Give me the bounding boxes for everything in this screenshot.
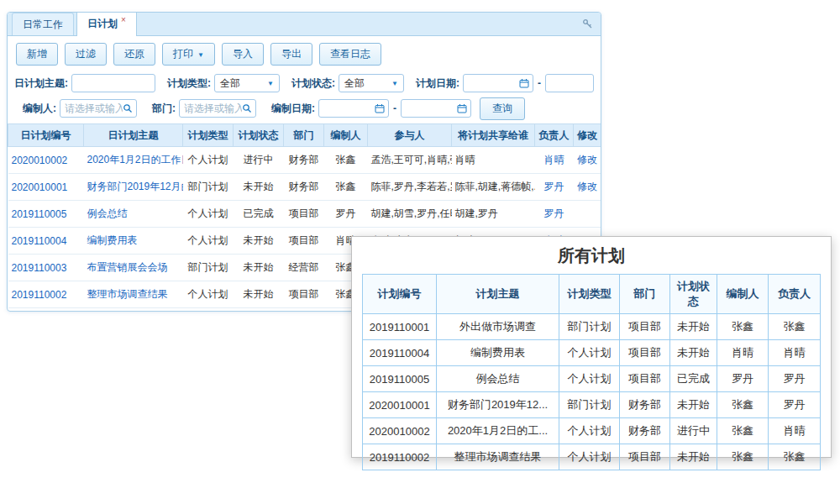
- plan-date-end-input[interactable]: [545, 74, 594, 92]
- plan-id-link[interactable]: 2019110005: [8, 201, 84, 228]
- plan-type-cell: 个人计划: [183, 281, 234, 308]
- column-header[interactable]: 负责人: [535, 124, 574, 147]
- column-header[interactable]: 修改: [574, 124, 601, 147]
- column-header[interactable]: 参与人: [368, 124, 452, 147]
- filter-row-1: 日计划主题: 计划类型: 全部 ▼ 计划状态: 全部 ▼ 计划日期: -: [8, 71, 601, 96]
- calendar-icon[interactable]: [519, 78, 529, 88]
- button-label: 查看日志: [330, 48, 370, 60]
- plan-dept-cell: 财务部: [620, 392, 670, 418]
- dept-text-input[interactable]: [184, 102, 242, 114]
- column-header[interactable]: 日计划主题: [84, 124, 183, 147]
- plan-status-cell: 已完成: [234, 201, 284, 228]
- chevron-down-icon: ▼: [267, 80, 274, 87]
- plan-subject-link[interactable]: 布置营销展会会场: [84, 255, 183, 281]
- plan-creator-cell: 张鑫: [324, 147, 368, 174]
- plan-status-select[interactable]: 全部 ▼: [339, 74, 404, 92]
- plan-date-start-input[interactable]: [463, 74, 533, 92]
- column-header[interactable]: 编制人: [324, 124, 368, 147]
- plan-id-link[interactable]: 2019110002: [8, 281, 84, 308]
- plan-owner-link[interactable]: 罗丹: [535, 174, 574, 201]
- plan-owner-link[interactable]: 罗丹: [535, 201, 574, 228]
- subject-filter-input[interactable]: [71, 74, 155, 92]
- plan-type-select[interactable]: 全部 ▼: [214, 74, 280, 92]
- plan-status-cell: 未开始: [670, 314, 717, 340]
- plan-date-filter-label: 计划日期:: [416, 76, 459, 91]
- toolbar-button[interactable]: 新增: [16, 43, 58, 66]
- plan-owner-cell: 罗丹: [769, 366, 821, 392]
- compile-date-end-input[interactable]: [401, 99, 471, 118]
- plan-subject-link[interactable]: 外出做市场调查: [84, 308, 183, 312]
- all-plans-table: 计划编号计划主题计划类型部门计划状态编制人负责人 2019110001 外出做市…: [362, 274, 821, 470]
- toolbar-button[interactable]: 导入: [222, 43, 264, 66]
- plan-subject-link[interactable]: 财务部门2019年12月的...: [84, 174, 183, 201]
- plan-dept-cell: 项目部: [284, 201, 324, 228]
- plan-dept-cell: 财务部: [620, 418, 670, 444]
- column-header[interactable]: 计划类型: [183, 124, 234, 147]
- plan-participants-cell: 陈菲,罗丹,李若若,罗...: [368, 174, 452, 201]
- table-row[interactable]: 2020010002 2020年1月2日的工作日... 个人计划 进行中 财务部…: [8, 147, 601, 174]
- calendar-icon[interactable]: [375, 103, 385, 113]
- plan-status-cell: 未开始: [234, 308, 284, 312]
- plan-id-link[interactable]: 2019110003: [8, 255, 84, 281]
- plan-subject-link[interactable]: 2020年1月2日的工作日...: [84, 147, 183, 174]
- key-icon[interactable]: [582, 18, 593, 29]
- column-header[interactable]: 日计划编号: [8, 124, 84, 147]
- tab-daily-plan[interactable]: 日计划×: [76, 12, 137, 36]
- date-input[interactable]: [468, 77, 519, 89]
- plan-subject-link[interactable]: 整理市场调查结果: [84, 281, 183, 308]
- close-tab-icon[interactable]: ×: [121, 15, 126, 24]
- plan-id-cell: 2019110004: [363, 340, 437, 366]
- plan-dept-cell: 财务部: [284, 174, 324, 201]
- toolbar-button[interactable]: 查看日志: [319, 43, 381, 66]
- all-plans-window: 所有计划 计划编号计划主题计划类型部门计划状态编制人负责人 2019110001…: [351, 236, 832, 458]
- table-row[interactable]: 2020010001 财务部门2019年12月的... 部门计划 未开始 财务部…: [8, 174, 601, 201]
- plan-type-cell: 部门计划: [183, 255, 234, 281]
- search-icon[interactable]: [242, 103, 252, 113]
- creator-text-input[interactable]: [65, 102, 123, 114]
- column-header[interactable]: 将计划共享给谁: [452, 124, 535, 147]
- plan-subject-cell: 整理市场调查结果: [437, 444, 559, 470]
- plan-dept-cell: 项目部: [284, 308, 324, 312]
- modify-link[interactable]: 修改: [574, 147, 601, 174]
- plan-id-link[interactable]: 2019110001: [8, 308, 84, 312]
- search-icon[interactable]: [123, 103, 133, 113]
- tab-label: 日常工作: [23, 18, 63, 30]
- dropdown-caret-icon: ▼: [197, 51, 204, 59]
- plan-id-link[interactable]: 2019110004: [8, 228, 84, 255]
- column-header[interactable]: 部门: [284, 124, 324, 147]
- modify-link[interactable]: 修改: [574, 174, 601, 201]
- plan-subject-link[interactable]: 例会总结: [84, 201, 183, 228]
- plan-type-cell: 个人计划: [559, 340, 620, 366]
- toolbar-button[interactable]: 还原: [113, 43, 155, 66]
- plan-dept-cell: 项目部: [620, 444, 670, 470]
- date-input[interactable]: [550, 77, 590, 89]
- plan-status-cell: 未开始: [670, 340, 717, 366]
- creator-input[interactable]: [60, 99, 137, 118]
- date-range-separator: -: [393, 102, 396, 114]
- toolbar-button[interactable]: 打印▼: [162, 43, 215, 66]
- column-header[interactable]: 计划状态: [234, 124, 284, 147]
- modify-link[interactable]: [574, 201, 601, 228]
- plan-owner-link[interactable]: 肖晴: [535, 147, 574, 174]
- table-row[interactable]: 2019110005 例会总结 个人计划 已完成 项目部 罗丹 胡建,胡雪,罗丹…: [8, 201, 601, 228]
- plan-id-cell: 2020010001: [363, 392, 437, 418]
- plan-type-cell: 部门计划: [183, 308, 234, 312]
- plan-type-cell: 部门计划: [559, 392, 620, 418]
- table-row: 2020010001 财务部门2019年12... 部门计划 财务部 未开始 张…: [363, 392, 821, 418]
- table-row: 2019110005 例会总结 个人计划 项目部 已完成 罗丹 罗丹: [363, 366, 821, 392]
- plan-status-cell: 未开始: [234, 228, 284, 255]
- query-button[interactable]: 查询: [480, 97, 525, 120]
- date-input[interactable]: [323, 102, 375, 114]
- plan-creator-cell: 张鑫: [717, 418, 769, 444]
- compile-date-start-input[interactable]: [318, 99, 389, 118]
- plan-id-link[interactable]: 2020010002: [8, 147, 84, 174]
- plan-id-link[interactable]: 2020010001: [8, 174, 84, 201]
- date-input[interactable]: [406, 102, 457, 114]
- calendar-icon[interactable]: [457, 103, 467, 113]
- select-value: 全部: [220, 76, 240, 91]
- toolbar-button[interactable]: 导出: [270, 43, 312, 66]
- tab-daily-work[interactable]: 日常工作: [12, 13, 74, 35]
- dept-input[interactable]: [179, 99, 256, 118]
- plan-subject-link[interactable]: 编制费用表: [84, 228, 183, 255]
- toolbar-button[interactable]: 过滤: [65, 43, 107, 66]
